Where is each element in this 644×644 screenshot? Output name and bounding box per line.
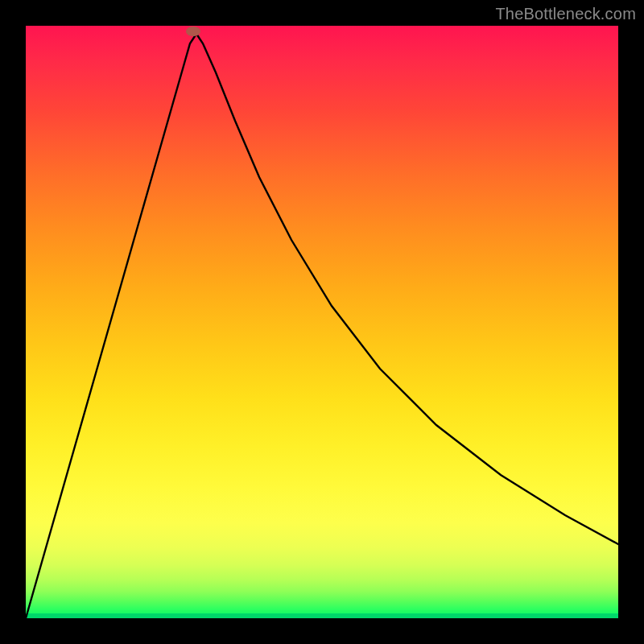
plot-area xyxy=(26,26,618,618)
chart-frame: TheBottleneck.com xyxy=(0,0,644,644)
minimum-marker xyxy=(186,27,200,36)
bottleneck-curve xyxy=(26,26,618,618)
watermark-text: TheBottleneck.com xyxy=(495,5,636,23)
